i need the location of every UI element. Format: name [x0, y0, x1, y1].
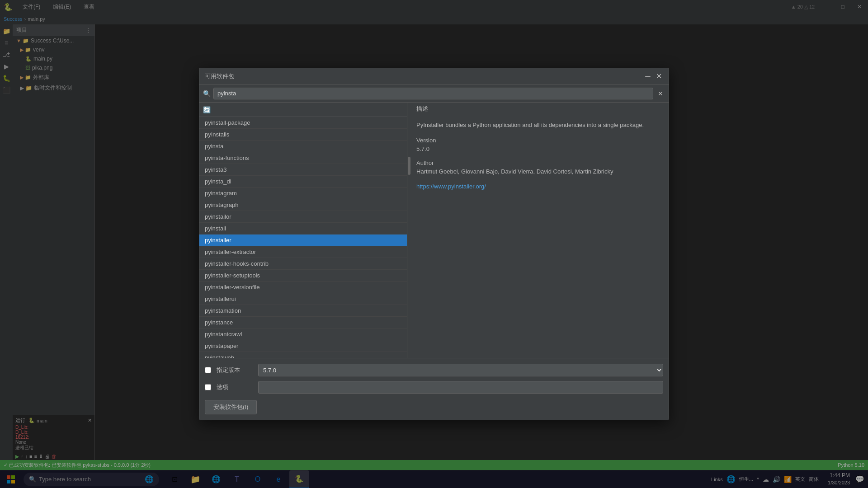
content-area: 🔄 pyinstall-packagepyInstallspyinstapyin… [199, 103, 669, 358]
list-scrollbar[interactable] [407, 103, 411, 358]
package-list-item[interactable]: pyinstaller-extractor [199, 246, 407, 258]
detail-section-label: 描述 [416, 105, 428, 113]
package-list-item[interactable]: pyinstaller-setuptools [199, 270, 407, 282]
dialog-footer: 指定版本 5.7.0 选项 安装软件包(I) [199, 358, 669, 420]
refresh-btn[interactable]: 🔄 [203, 106, 211, 113]
package-search-input[interactable] [213, 88, 653, 99]
detail-description: PyInstaller bundles a Python application… [416, 121, 663, 130]
options-row: 选项 [205, 381, 663, 394]
version-row: 指定版本 5.7.0 [205, 364, 663, 376]
author-value: Hartmut Goebel, Giovanni Bajo, David Vie… [416, 168, 663, 175]
author-label: Author [416, 160, 663, 166]
package-list-item[interactable]: pyinstapaper [199, 340, 407, 352]
version-value: 5.7.0 [416, 145, 663, 152]
detail-panel: 描述 PyInstaller bundles a Python applicat… [411, 103, 669, 358]
package-list-item[interactable]: pyinstallerui [199, 293, 407, 305]
scrollbar-thumb [408, 157, 410, 175]
search-icon: 🔍 [203, 90, 211, 97]
dialog-close-btn[interactable]: ✕ [654, 72, 663, 81]
version-select[interactable]: 5.7.0 [258, 364, 663, 376]
detail-content: PyInstaller bundles a Python application… [411, 115, 669, 358]
package-list-item[interactable]: pyinstamation [199, 305, 407, 317]
search-bar: 🔍 ✕ [199, 84, 669, 103]
search-clear-btn[interactable]: ✕ [656, 89, 665, 98]
package-list-panel: 🔄 pyinstall-packagepyInstallspyinstapyin… [199, 103, 407, 358]
dialog-body: 🔍 ✕ 🔄 pyinstall-packagepyInstallspyinsta… [199, 84, 669, 420]
package-list-item[interactable]: pyinstaller [199, 235, 407, 246]
package-list-item[interactable]: pyinstaller-versionfile [199, 282, 407, 293]
package-list-item[interactable]: pyInstalls [199, 129, 407, 141]
version-label: Version [416, 137, 663, 144]
package-list-item[interactable]: pyinstaweb [199, 352, 407, 358]
package-manager-dialog: 可用软件包 ─ ✕ 🔍 ✕ 🔄 pyinstall-packagepyInsta… [199, 68, 669, 420]
options-checkbox[interactable] [205, 384, 211, 390]
package-list-item[interactable]: pyinstantcrawl [199, 328, 407, 340]
package-list-item[interactable]: pyinstaller-hooks-contrib [199, 258, 407, 270]
dialog-title: 可用软件包 [205, 72, 234, 80]
package-list-item[interactable]: pyinstance [199, 317, 407, 328]
package-list-item[interactable]: pyinstall [199, 223, 407, 235]
install-button[interactable]: 安装软件包(I) [205, 400, 257, 414]
detail-header: 描述 [411, 103, 669, 115]
list-toolbar: 🔄 [199, 103, 407, 117]
homepage-link[interactable]: https://www.pyinstaller.org/ [416, 183, 486, 190]
package-list-item[interactable]: pyinstagraph [199, 199, 407, 211]
package-list-item[interactable]: pyinsta-functions [199, 152, 407, 164]
package-list-item[interactable]: pyinstall-package [199, 117, 407, 129]
dialog-minimize-btn[interactable]: ─ [643, 72, 652, 81]
package-list-item[interactable]: pyinsta3 [199, 164, 407, 176]
dialog-titlebar: 可用软件包 ─ ✕ [199, 68, 669, 84]
package-list-item[interactable]: pyinstailor [199, 211, 407, 223]
package-list-item[interactable]: pyinsta_dl [199, 176, 407, 188]
specify-version-checkbox[interactable] [205, 367, 211, 373]
options-input[interactable] [258, 381, 663, 394]
package-list-item[interactable]: pyinsta [199, 141, 407, 152]
package-list-scroll[interactable]: pyinstall-packagepyInstallspyinstapyinst… [199, 117, 407, 358]
package-list-item[interactable]: pyinstagram [199, 188, 407, 199]
specify-version-label: 指定版本 [217, 366, 253, 374]
options-label: 选项 [217, 383, 253, 391]
